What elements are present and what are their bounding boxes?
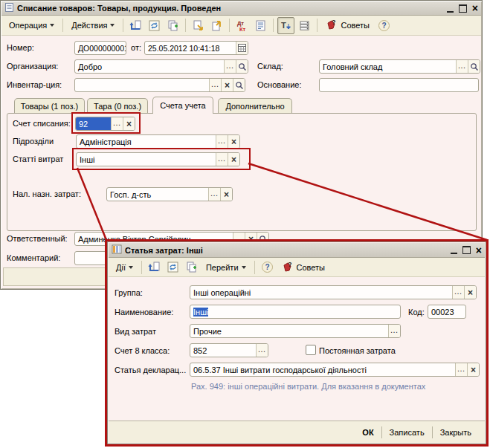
calendar-icon[interactable] bbox=[236, 42, 248, 54]
tab-tare[interactable]: Тара (0 поз.) bbox=[87, 98, 148, 114]
copy-icon[interactable] bbox=[164, 17, 181, 34]
minimize-icon[interactable] bbox=[447, 4, 454, 13]
tab-accounts[interactable]: Счета учета bbox=[152, 97, 213, 114]
basis-field[interactable] bbox=[319, 78, 479, 92]
warehouse-label: Склад: bbox=[257, 62, 283, 71]
clear-icon[interactable]: × bbox=[228, 135, 239, 148]
svg-text:Т: Т bbox=[281, 21, 286, 30]
account-hint-text: Рах. 949: інші операційні витрати. Для в… bbox=[191, 382, 425, 391]
name-label: Наименование: bbox=[115, 308, 173, 316]
basis-label: Основание: bbox=[257, 80, 301, 89]
help-icon[interactable]: ? bbox=[375, 17, 393, 34]
number-field[interactable]: ДО000000001 bbox=[74, 41, 126, 55]
organization-label: Организация: bbox=[7, 62, 58, 71]
tips-icon: ? bbox=[282, 261, 294, 274]
ellipsis-button[interactable]: … bbox=[456, 60, 468, 73]
declaration-item-field[interactable]: 06.5.37 Інші витрати господарської діяль… bbox=[190, 363, 480, 377]
dialog-titlebar: Статья затрат: Інші × bbox=[109, 243, 485, 258]
actions-menu-button[interactable]: Действия bbox=[67, 19, 119, 31]
group-field[interactable]: Інші операційні … × bbox=[190, 285, 477, 299]
report-icon[interactable] bbox=[252, 17, 269, 34]
clear-icon[interactable]: × bbox=[221, 79, 233, 91]
ellipsis-button[interactable]: … bbox=[111, 117, 123, 130]
writeoff-account-field[interactable]: 92 … × bbox=[75, 117, 135, 131]
chevron-down-icon bbox=[110, 24, 115, 27]
name-field[interactable]: Інші bbox=[190, 305, 401, 319]
ellipsis-button[interactable]: … bbox=[216, 135, 228, 148]
ok-button[interactable]: ОК bbox=[355, 426, 381, 438]
table-rows-icon[interactable] bbox=[296, 17, 313, 34]
ellipsis-button[interactable]: … bbox=[224, 60, 236, 73]
ellipsis-button[interactable]: … bbox=[216, 153, 228, 166]
tax-purpose-label: Нал. назн. затрат: bbox=[13, 189, 81, 198]
account-class8-field[interactable]: 852 … bbox=[190, 343, 268, 357]
date-label: от: bbox=[131, 43, 141, 52]
ellipsis-button[interactable]: … bbox=[455, 363, 467, 376]
permanent-cost-checkbox[interactable] bbox=[306, 345, 316, 355]
magnifier-icon[interactable] bbox=[468, 60, 480, 73]
dt-kt-icon[interactable]: ДтКт bbox=[233, 17, 251, 34]
write-button[interactable]: Записать bbox=[382, 426, 432, 438]
subdivision-field[interactable]: Адміністрація … × bbox=[76, 134, 240, 149]
organization-field[interactable]: Добро … bbox=[74, 59, 248, 74]
chevron-down-icon bbox=[242, 266, 246, 269]
operation-menu-button[interactable]: Операция bbox=[4, 19, 59, 31]
warehouse-field[interactable]: Головний склад … bbox=[319, 59, 480, 74]
minimize-icon[interactable] bbox=[451, 246, 457, 254]
subdivision-label: Підрозділи bbox=[13, 137, 54, 146]
inventory-label: Инвентар-ция: bbox=[7, 80, 62, 89]
code-field[interactable]: 00023 bbox=[428, 305, 466, 319]
dialog-actions-menu-button[interactable]: Дії bbox=[112, 262, 138, 273]
code-label: Код: bbox=[408, 308, 425, 316]
magnifier-icon[interactable] bbox=[236, 60, 248, 73]
write-icon[interactable] bbox=[146, 259, 163, 276]
tips-button[interactable]: ? Советы bbox=[277, 259, 329, 276]
clear-icon[interactable]: × bbox=[464, 286, 476, 299]
maximize-icon[interactable] bbox=[462, 246, 471, 254]
maximize-icon[interactable] bbox=[459, 4, 467, 13]
account-class8-label: Счет 8 класса: bbox=[115, 346, 170, 355]
close-icon[interactable]: × bbox=[472, 4, 478, 12]
goto-menu-button[interactable]: Перейти bbox=[202, 262, 251, 273]
writeoff-account-label: Счет списания: bbox=[13, 119, 71, 128]
svg-text:?: ? bbox=[332, 19, 336, 26]
tax-purpose-field[interactable]: Госп. д-сть … × bbox=[106, 187, 233, 201]
dialog-title: Статья затрат: Інші bbox=[125, 246, 203, 255]
structure-filter-icon[interactable]: Т bbox=[277, 17, 294, 34]
clear-icon[interactable]: × bbox=[228, 153, 239, 166]
enter-on-basis-up-icon[interactable] bbox=[208, 17, 225, 34]
date-field[interactable]: 25.05.2012 10:41:18 bbox=[144, 41, 248, 55]
svg-text:?: ? bbox=[288, 261, 292, 268]
group-label: Группа: bbox=[115, 288, 143, 297]
clear-icon[interactable]: × bbox=[123, 117, 135, 130]
close-button[interactable]: Закрыть bbox=[433, 426, 479, 438]
cost-kind-field[interactable]: Прочие … bbox=[190, 324, 401, 338]
ellipsis-button[interactable]: … bbox=[452, 286, 464, 299]
help-icon[interactable]: ? bbox=[259, 259, 276, 276]
tips-button[interactable]: ? Советы bbox=[321, 17, 373, 33]
dialog-toolbar: Дії Перейти ? ? Советы bbox=[109, 258, 485, 277]
ellipsis-button[interactable]: … bbox=[388, 325, 400, 337]
cost-item-dialog: Статья затрат: Інші × Дії Перейти ? ? Со… bbox=[105, 239, 489, 447]
tab-additional[interactable]: Дополнительно bbox=[218, 98, 292, 114]
ellipsis-button[interactable]: … bbox=[208, 188, 220, 201]
cost-item-field[interactable]: Інші … × bbox=[76, 152, 240, 166]
enter-on-basis-icon[interactable] bbox=[190, 17, 207, 34]
number-label: Номер: bbox=[7, 43, 34, 52]
ellipsis-button[interactable]: … bbox=[209, 79, 221, 91]
copy-icon[interactable] bbox=[183, 259, 200, 276]
refresh-icon[interactable] bbox=[146, 17, 163, 34]
close-icon[interactable]: × bbox=[476, 247, 482, 254]
ellipsis-button[interactable]: … bbox=[256, 344, 268, 357]
inventory-field[interactable]: … × bbox=[74, 78, 245, 92]
tips-icon: ? bbox=[326, 19, 338, 32]
clear-icon[interactable]: × bbox=[467, 363, 479, 376]
tab-goods[interactable]: Товары (1 поз.) bbox=[14, 98, 85, 114]
refresh-icon[interactable] bbox=[164, 259, 181, 276]
catalog-item-icon bbox=[112, 244, 122, 256]
clear-icon[interactable]: × bbox=[220, 188, 232, 201]
cost-kind-label: Вид затрат bbox=[115, 327, 156, 336]
post-document-icon[interactable] bbox=[127, 17, 144, 34]
chevron-down-icon bbox=[50, 24, 54, 27]
magnifier-icon[interactable] bbox=[233, 79, 245, 91]
